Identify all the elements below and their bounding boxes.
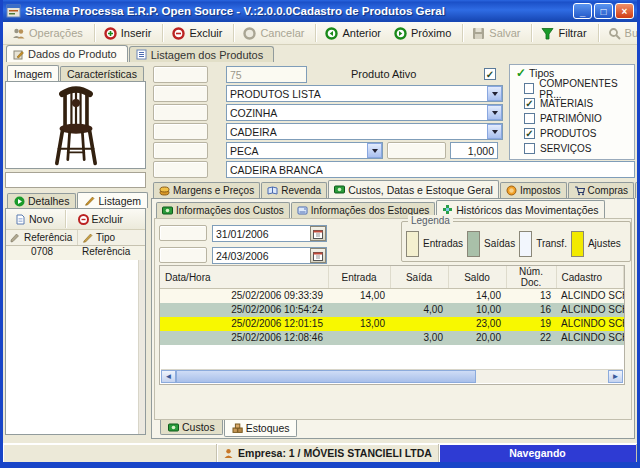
chevron-down-icon[interactable] bbox=[487, 124, 502, 139]
status-bar: Empresa: 1 / MÓVEIS STANCIELI LTDA Naveg… bbox=[3, 443, 637, 462]
scroll-right-icon[interactable]: ► bbox=[608, 370, 623, 383]
date-to-input[interactable]: 24/03/2006 bbox=[212, 247, 327, 264]
tab-listagem-dos-produtos[interactable]: Listagem dos Produtos bbox=[129, 46, 275, 62]
delete-button[interactable]: Excluir bbox=[167, 25, 230, 42]
next-circle-icon bbox=[394, 27, 407, 40]
field-label-box bbox=[153, 66, 208, 83]
subcategory-select[interactable]: CADEIRA bbox=[226, 123, 503, 140]
list-icon bbox=[136, 49, 147, 60]
quantity-field[interactable]: 1,000 bbox=[450, 142, 498, 159]
chevron-down-icon[interactable] bbox=[487, 105, 502, 120]
pencil-icon bbox=[82, 232, 93, 243]
image-caption-box[interactable] bbox=[5, 172, 146, 188]
delete-reference-button[interactable]: Excluir bbox=[72, 211, 130, 227]
active-checkbox[interactable]: ✓ bbox=[484, 68, 496, 80]
description-field[interactable]: CADEIRA BRANCA bbox=[226, 161, 635, 178]
operations-button[interactable]: Operações bbox=[7, 25, 91, 42]
toolbar-separator bbox=[233, 24, 235, 42]
new-reference-button[interactable]: Novo bbox=[9, 211, 60, 227]
delete-circle-icon bbox=[172, 27, 185, 40]
horizontal-scrollbar[interactable]: ◄ ► bbox=[161, 369, 623, 383]
movement-row[interactable]: 25/02/2006 12:01:15 13,00 23,00 19 ALCIN… bbox=[160, 317, 624, 331]
purchases-icon bbox=[574, 185, 585, 196]
reference-list-scrollbar[interactable] bbox=[138, 260, 145, 434]
tipo-item-patrimonio[interactable]: PATRIMÔNIO bbox=[524, 111, 634, 126]
checkbox-unchecked[interactable] bbox=[524, 83, 534, 94]
insert-circle-icon bbox=[104, 27, 117, 40]
active-checkbox-label: Produto Ativo bbox=[351, 68, 416, 80]
previous-button[interactable]: Anterior bbox=[320, 25, 389, 42]
delete-circle-icon bbox=[78, 214, 89, 225]
maximize-button[interactable]: □ bbox=[594, 3, 613, 19]
filter-button[interactable]: Filtrar bbox=[536, 25, 594, 42]
search-button[interactable]: Buscar bbox=[603, 25, 640, 42]
status-pane-mode: Navegando bbox=[439, 444, 637, 462]
minimize-button[interactable]: _ bbox=[573, 3, 592, 19]
tab-custos-datas-estoque[interactable]: Custos, Datas e Estoque Geral bbox=[328, 180, 499, 198]
tab-impostos[interactable]: Impostos bbox=[500, 182, 567, 198]
chevron-down-icon[interactable] bbox=[367, 143, 382, 158]
title-bar: Sistema Processa E.R.P. Open Source - V.… bbox=[3, 0, 637, 22]
money-icon bbox=[334, 184, 345, 195]
column-referencia[interactable]: Referência bbox=[6, 230, 78, 245]
column-cadastro[interactable]: Cadastro bbox=[556, 266, 624, 289]
tab-listagem[interactable]: Listagem bbox=[77, 192, 148, 208]
tab-detalhes[interactable]: Detalhes bbox=[7, 193, 76, 208]
image-tab-strip: Imagem Características bbox=[5, 64, 146, 81]
checkbox-checked[interactable]: ✓ bbox=[524, 128, 535, 139]
category-select[interactable]: COZINHA bbox=[226, 104, 503, 121]
chevron-down-icon[interactable] bbox=[487, 86, 502, 101]
reference-list-panel: Novo Excluir bbox=[5, 208, 146, 435]
status-pane-company: Empresa: 1 / MÓVEIS STANCIELI LTDA bbox=[217, 444, 439, 462]
group-select[interactable]: PRODUTOS LISTA bbox=[226, 85, 503, 102]
checkbox-unchecked[interactable] bbox=[524, 143, 535, 154]
previous-circle-icon bbox=[325, 27, 338, 40]
cancel-button[interactable]: Cancelar bbox=[238, 25, 312, 42]
unit-select[interactable]: PECA bbox=[226, 142, 383, 159]
product-code-field[interactable]: 75 bbox=[226, 66, 307, 83]
column-saida[interactable]: Saída bbox=[390, 266, 448, 289]
tab-historicos-movimentacoes[interactable]: Históricos das Movimentações bbox=[436, 200, 604, 218]
tab-dados-do-produto[interactable]: Dados do Produto bbox=[6, 45, 128, 62]
tab-compras[interactable]: Compras bbox=[568, 182, 635, 198]
date-label-box bbox=[159, 247, 207, 263]
tab-custos[interactable]: Custos bbox=[160, 420, 223, 435]
movement-row[interactable]: 25/02/2006 12:08:46 3,00 20,00 22 ALCIND… bbox=[160, 331, 624, 345]
tipo-item-produtos[interactable]: ✓ PRODUTOS bbox=[524, 126, 634, 141]
next-button[interactable]: Próximo bbox=[389, 25, 459, 42]
tipo-item-componentes[interactable]: COMPONENTES PR... bbox=[524, 81, 634, 96]
scrollbar-thumb[interactable] bbox=[176, 370, 476, 383]
save-button[interactable]: Salvar bbox=[467, 25, 528, 42]
reference-list-body[interactable] bbox=[6, 260, 145, 434]
search-magnifier-icon bbox=[608, 27, 621, 40]
tab-caracteristicas[interactable]: Características bbox=[60, 66, 144, 81]
column-saldo[interactable]: Saldo bbox=[448, 266, 506, 289]
coins-icon bbox=[159, 185, 170, 196]
movement-row[interactable]: 25/02/2006 09:33:39 14,00 14,00 13 ALCIN… bbox=[160, 289, 624, 303]
tab-estoques[interactable]: Estoques bbox=[224, 420, 298, 437]
calendar-icon[interactable] bbox=[310, 248, 326, 263]
checkbox-checked[interactable]: ✓ bbox=[524, 98, 535, 109]
green-arrow-icon bbox=[14, 196, 25, 207]
column-num-doc[interactable]: Núm. Doc. bbox=[506, 266, 556, 289]
column-entrada[interactable]: Entrada bbox=[328, 266, 390, 289]
tab-fornecedores[interactable]: Fornecedores bbox=[635, 182, 640, 198]
tab-margens-e-precos[interactable]: Margens e Preços bbox=[153, 182, 260, 198]
reference-list-row[interactable]: 0708 Referência bbox=[6, 246, 145, 260]
close-button[interactable]: × bbox=[615, 3, 634, 19]
insert-button[interactable]: Inserir bbox=[99, 25, 160, 42]
calendar-icon[interactable] bbox=[310, 226, 326, 241]
date-from-input[interactable]: 31/01/2006 bbox=[212, 225, 327, 242]
movement-row[interactable]: 25/02/2006 10:54:24 4,00 10,00 16 ALCIND… bbox=[160, 303, 624, 317]
column-tipo[interactable]: Tipo bbox=[78, 230, 119, 245]
tab-informacoes-custos[interactable]: Informações dos Custos bbox=[156, 202, 290, 218]
tab-revenda[interactable]: Revenda bbox=[261, 182, 327, 198]
field-label-box bbox=[153, 104, 208, 121]
column-data-hora[interactable]: Data/Hora bbox=[160, 266, 328, 289]
tab-imagem[interactable]: Imagem bbox=[7, 65, 59, 81]
tipo-item-servicos[interactable]: SERVIÇOS bbox=[524, 141, 634, 156]
resale-icon bbox=[267, 185, 278, 196]
scroll-left-icon[interactable]: ◄ bbox=[161, 370, 176, 383]
detail-tab-group: Margens e Preços Revenda bbox=[151, 180, 635, 439]
checkbox-unchecked[interactable] bbox=[524, 113, 535, 124]
